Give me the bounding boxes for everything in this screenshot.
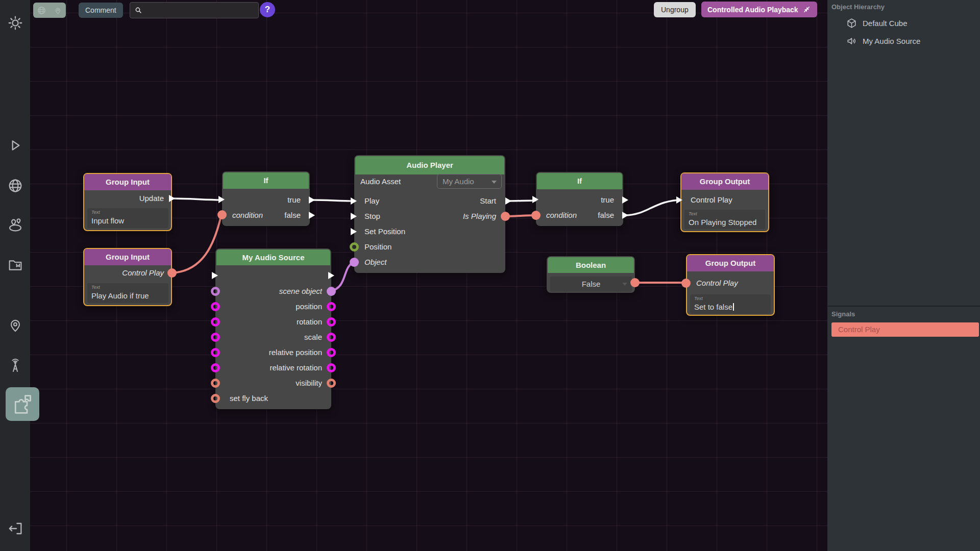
boolean-out-port[interactable] <box>630 278 640 287</box>
view-mode-toggle[interactable] <box>33 3 66 18</box>
condition-in-port[interactable] <box>531 211 541 220</box>
node-boolean[interactable]: Boolean False <box>547 256 635 293</box>
node-title: Group Input <box>84 174 171 190</box>
hierarchy-item-my-audio-source[interactable]: My Audio Source <box>827 33 980 50</box>
scene-object-out-port[interactable] <box>327 287 336 296</box>
logic-blocks-button-active[interactable] <box>6 387 39 421</box>
cube-icon <box>846 17 857 29</box>
set-fly-back-in-port[interactable] <box>211 394 220 403</box>
spawn-points-button[interactable] <box>7 217 23 234</box>
exec-out-false-port[interactable] <box>309 212 315 219</box>
rotation-out-port[interactable] <box>327 317 336 327</box>
wire-if-true-to-play[interactable] <box>311 200 355 201</box>
settings-icon <box>7 15 23 31</box>
exec-out-start-port[interactable] <box>505 197 511 205</box>
group-title-label: Controlled Audio Playback <box>707 6 798 14</box>
node-group-output-1[interactable]: Group Output Control Play Text On Playin… <box>680 172 769 232</box>
assets-button[interactable] <box>7 257 23 273</box>
node-audio-player[interactable]: Audio Player Audio Asset My Audio Play S… <box>354 155 505 273</box>
position-in-port[interactable] <box>211 302 220 311</box>
port-label-false: false <box>598 210 614 221</box>
exec-in-port[interactable] <box>218 196 225 203</box>
scale-in-port[interactable] <box>211 333 220 342</box>
node-group-output-2[interactable]: Group Output Control Play Text Set to fa… <box>686 254 775 316</box>
search-input[interactable] <box>145 6 254 15</box>
node-if-2[interactable]: If true condition false <box>536 172 623 226</box>
exec-out-port[interactable] <box>169 195 175 202</box>
world-icon <box>7 178 23 194</box>
text-field-editing[interactable]: Text Set to false <box>690 294 771 314</box>
play-button[interactable] <box>7 137 23 154</box>
exec-out-true-port[interactable] <box>309 196 315 204</box>
exec-out-true-port[interactable] <box>622 196 628 204</box>
scale-out-port[interactable] <box>327 333 336 342</box>
tool-sidebar <box>0 0 30 551</box>
node-graph-editor: Group Input Update Text Input flow Group… <box>0 0 980 551</box>
signal-in-port[interactable] <box>681 279 691 288</box>
text-field[interactable]: Text Input flow <box>87 208 168 228</box>
relative-rotation-in-port[interactable] <box>211 363 220 372</box>
relative-rotation-out-port[interactable] <box>327 363 336 372</box>
ungroup-button[interactable]: Ungroup <box>654 2 696 17</box>
world-icon <box>37 6 46 15</box>
node-group-input-2[interactable]: Group Input Control Play Text Play Audio… <box>83 248 172 306</box>
exec-in-port[interactable] <box>532 196 538 203</box>
relative-position-out-port[interactable] <box>327 348 336 357</box>
hierarchy-item-label: Default Cube <box>863 15 908 32</box>
port-label-control-play: Control Play <box>122 267 164 279</box>
play-icon <box>7 137 23 154</box>
text-field[interactable]: Text Play Audio if true <box>87 283 168 303</box>
visibility-out-port[interactable] <box>327 379 336 388</box>
port-label-control-play: Control Play <box>696 278 738 289</box>
node-if-1[interactable]: If true condition false <box>222 171 310 226</box>
position-in-port[interactable] <box>350 242 359 252</box>
rotation-in-port[interactable] <box>211 317 220 327</box>
relative-position-in-port[interactable] <box>211 348 220 357</box>
port-label-position: position <box>296 301 322 312</box>
location-icon <box>7 317 23 333</box>
chevron-down-icon <box>622 283 627 286</box>
port-label-condition: condition <box>546 210 577 221</box>
world-button[interactable] <box>7 178 23 194</box>
condition-in-port[interactable] <box>217 210 227 219</box>
port-label-false: false <box>284 210 301 221</box>
help-button[interactable]: ? <box>260 2 275 17</box>
exec-out-false-port[interactable] <box>622 212 628 219</box>
exec-in-port[interactable] <box>676 196 682 204</box>
exec-in-set-position-port[interactable] <box>351 228 357 235</box>
audio-asset-dropdown[interactable]: My Audio <box>437 174 502 189</box>
exec-in-play-port[interactable] <box>351 197 357 205</box>
broadcast-button[interactable] <box>7 357 23 373</box>
panel-divider <box>827 306 980 307</box>
port-label-position: Position <box>364 241 391 253</box>
group-title-button[interactable]: Controlled Audio Playback <box>701 2 817 17</box>
is-playing-out-port[interactable] <box>501 212 510 221</box>
field-value: Play Audio if true <box>91 290 164 301</box>
chevron-down-icon <box>492 181 497 184</box>
position-out-port[interactable] <box>327 302 336 311</box>
port-label-stop: Stop <box>364 211 380 222</box>
spawn-points-icon <box>7 217 23 234</box>
object-in-port[interactable] <box>350 258 359 267</box>
location-button[interactable] <box>7 317 23 333</box>
visibility-in-port[interactable] <box>211 379 220 388</box>
node-group-input-1[interactable]: Group Input Update Text Input flow <box>83 173 172 231</box>
port-label-true: true <box>601 194 614 206</box>
field-value: On Playing Stopped <box>689 217 761 228</box>
search-icon <box>134 6 142 14</box>
comment-button[interactable]: Comment <box>79 3 123 18</box>
signal-control-play[interactable]: Control Play <box>831 322 979 337</box>
location-pin-icon <box>53 6 63 15</box>
boolean-value-dropdown[interactable]: False <box>550 277 632 292</box>
collapse-icon <box>802 5 811 14</box>
exec-in-port[interactable] <box>212 272 218 279</box>
exec-out-port[interactable] <box>328 272 334 279</box>
settings-button[interactable] <box>7 15 23 31</box>
text-field[interactable]: Text On Playing Stopped <box>684 210 765 229</box>
scene-object-in-port[interactable] <box>211 287 220 296</box>
node-my-audio-source[interactable]: My Audio Source scene object position ro… <box>215 248 331 409</box>
exec-in-stop-port[interactable] <box>351 213 357 220</box>
hierarchy-item-default-cube[interactable]: Default Cube <box>827 15 980 32</box>
signal-out-port[interactable] <box>167 268 177 278</box>
exit-button[interactable] <box>7 520 23 537</box>
